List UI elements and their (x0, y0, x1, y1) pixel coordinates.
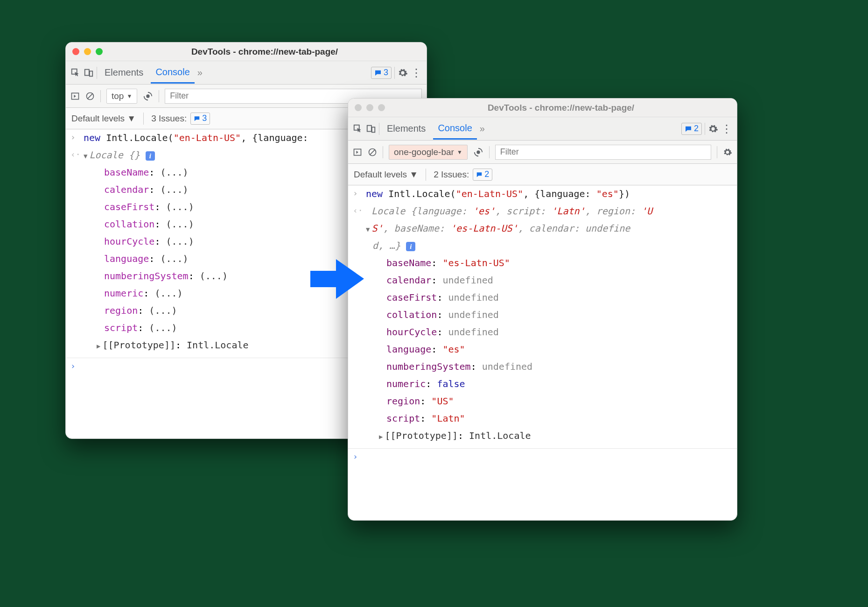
prop-row[interactable]: numeric: false (348, 375, 737, 393)
separator (489, 146, 490, 158)
separator (705, 123, 705, 135)
sidebar-toggle-icon[interactable] (353, 148, 362, 157)
panel-tabs: Elements Console » 3 ⋮ (66, 61, 427, 85)
context-selector[interactable]: top ▼ (106, 89, 137, 104)
prop-row[interactable]: hourCycle: undefined (348, 324, 737, 341)
clear-icon[interactable] (368, 148, 377, 157)
console-filterbar: one-google-bar ▼ (348, 141, 737, 164)
traffic-lights (72, 48, 103, 55)
window-title: DevTools - chrome://new-tab-page/ (109, 47, 420, 57)
prop-row[interactable]: numberingSystem: undefined (348, 358, 737, 375)
close-icon[interactable] (355, 104, 362, 111)
titlebar: DevTools - chrome://new-tab-page/ (66, 42, 427, 61)
close-icon[interactable] (72, 48, 79, 55)
console-body: › new Intl.Locale("en-Latn-US", {languag… (348, 185, 737, 465)
messages-badge[interactable]: 2 (681, 123, 702, 135)
svg-line-5 (87, 93, 93, 99)
zoom-icon[interactable] (96, 48, 103, 55)
output-summary[interactable]: ‹· Locale {language: 'es', script: 'Latn… (348, 203, 737, 220)
prompt[interactable]: › (348, 449, 737, 465)
panel-tabs: Elements Console » 2 ⋮ (348, 117, 737, 141)
info-icon[interactable]: i (406, 242, 415, 251)
default-levels-dropdown[interactable]: Default levels ▼ (354, 169, 418, 180)
kebab-icon[interactable]: ⋮ (721, 122, 732, 135)
gear-icon[interactable] (723, 148, 732, 157)
output-summary-cont2[interactable]: d, …} i (348, 237, 737, 254)
clear-icon[interactable] (85, 92, 95, 101)
tab-elements[interactable]: Elements (382, 119, 430, 139)
separator (143, 113, 144, 125)
context-selector[interactable]: one-google-bar ▼ (389, 145, 468, 160)
messages-badge[interactable]: 3 (371, 67, 392, 79)
separator (394, 67, 395, 79)
svg-rect-9 (372, 127, 375, 132)
tab-elements[interactable]: Elements (100, 63, 148, 83)
device-icon[interactable] (366, 124, 376, 134)
prop-row[interactable]: script: "Latn" (348, 410, 737, 427)
badge-count: 3 (384, 68, 388, 78)
default-levels-dropdown[interactable]: Default levels ▼ (71, 113, 136, 124)
input-line: › new Intl.Locale("en-Latn-US", {languag… (348, 185, 737, 203)
kebab-icon[interactable]: ⋮ (411, 66, 422, 79)
output-summary-cont[interactable]: ▼S', baseName: 'es-Latn-US', calendar: u… (348, 220, 737, 237)
device-icon[interactable] (84, 68, 94, 78)
separator (100, 90, 101, 102)
inspect-icon[interactable] (353, 124, 363, 134)
svg-rect-1 (85, 69, 89, 75)
separator (717, 146, 717, 158)
svg-line-12 (370, 149, 375, 155)
minimize-icon[interactable] (84, 48, 91, 55)
issues-link[interactable]: 3 Issues: 3 (151, 113, 210, 125)
issues-label: 2 Issues: (434, 169, 469, 180)
separator (426, 169, 426, 181)
prop-row[interactable]: baseName: "es-Latn-US" (348, 254, 737, 272)
svg-rect-2 (90, 71, 92, 76)
svg-rect-8 (367, 125, 371, 131)
prop-row[interactable]: caseFirst: undefined (348, 289, 737, 306)
info-icon[interactable]: i (146, 151, 155, 161)
row-separator (348, 445, 737, 449)
prop-row[interactable]: collation: undefined (348, 306, 737, 324)
more-tabs-icon[interactable]: » (480, 123, 485, 134)
more-tabs-icon[interactable]: » (197, 67, 203, 78)
prop-row[interactable]: region: "US" (348, 393, 737, 410)
filter-input[interactable] (495, 145, 711, 160)
separator (379, 123, 379, 135)
context-label: top (112, 91, 124, 101)
issues-link[interactable]: 2 Issues: 2 (434, 169, 492, 181)
issues-label: 3 Issues: (151, 113, 187, 124)
prop-row[interactable]: calendar: undefined (348, 272, 737, 289)
separator (383, 146, 383, 158)
tab-console[interactable]: Console (151, 62, 194, 84)
gear-icon[interactable] (398, 68, 408, 78)
gear-icon[interactable] (708, 124, 718, 134)
levels-bar: Default levels ▼ 2 Issues: 2 (348, 164, 737, 185)
prop-row[interactable]: language: "es" (348, 341, 737, 358)
inspect-icon[interactable] (70, 68, 81, 78)
traffic-lights (355, 104, 385, 111)
arrow-icon (310, 257, 364, 301)
live-expr-icon[interactable] (473, 147, 483, 157)
zoom-icon[interactable] (378, 104, 385, 111)
window-title: DevTools - chrome://new-tab-page/ (392, 103, 730, 113)
context-label: one-google-bar (394, 147, 454, 157)
separator (159, 90, 159, 102)
separator (97, 67, 97, 79)
svg-point-6 (147, 94, 150, 98)
tab-console[interactable]: Console (433, 118, 476, 140)
live-expr-icon[interactable] (143, 91, 153, 101)
sidebar-toggle-icon[interactable] (70, 92, 80, 101)
svg-point-13 (476, 150, 480, 154)
minimize-icon[interactable] (366, 104, 373, 111)
devtools-window-after: DevTools - chrome://new-tab-page/ Elemen… (348, 98, 737, 521)
prototype-row[interactable]: ▶[[Prototype]]: Intl.Locale (348, 427, 737, 445)
titlebar: DevTools - chrome://new-tab-page/ (348, 99, 737, 117)
